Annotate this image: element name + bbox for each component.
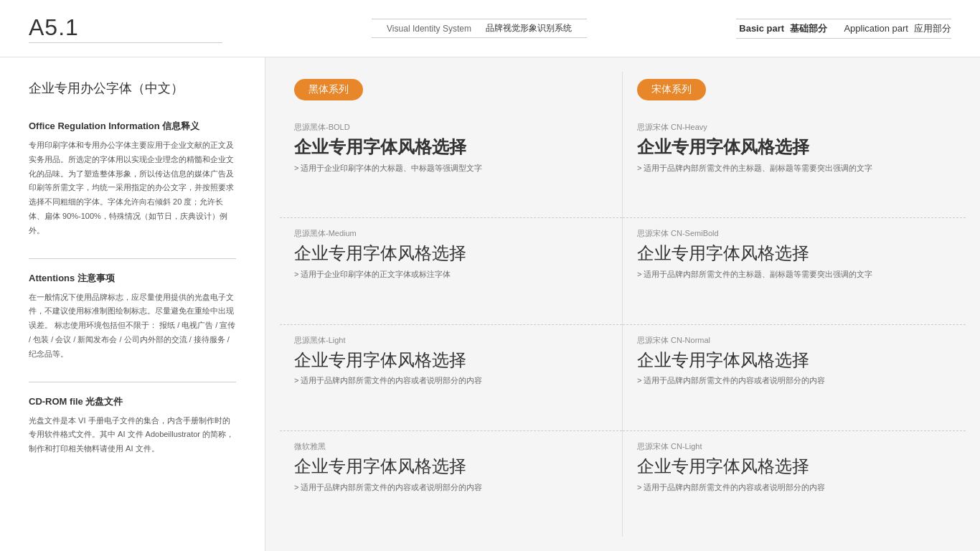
left-column: 黑体系列 思源黑体-BOLD 企业专用字体风格选择 > 适用于企业印刷字体的大标… [280,72,623,537]
header-center: Visual Identity System 品牌视觉形象识别系统 [372,19,587,38]
right-font-display-0: 企业专用字体风格选择 [637,137,951,158]
right-font-desc-1: > 适用于品牌内部所需文件的主标题、副标题等需要突出强调的文字 [637,268,951,281]
left-font-desc-3: > 适用于品牌内部所需文件的内容或者说明部分的内容 [294,481,608,494]
nav-basic-cn[interactable]: 基础部分 [790,22,827,35]
right-font-card-1: 思源宋体 CN-SemiBold 企业专用字体风格选择 > 适用于品牌内部所需文… [623,218,966,324]
left-font-card-0: 思源黑体-BOLD 企业专用字体风格选择 > 适用于企业印刷字体的大标题、中标题… [280,112,622,218]
sidebar-block-text-1: 在一般情况下使用品牌标志，应尽量使用提供的光盘电子文件，不建议使用标准制图绘制标… [29,291,236,362]
center-labels: Visual Identity System 品牌视觉形象识别系统 [387,22,572,34]
nav-basic-en[interactable]: Basic part [739,23,784,34]
right-font-subtitle-2: 思源宋体 CN-Normal [637,335,951,346]
sidebar-block-1: Attentions 注意事项 在一般情况下使用品牌标志，应尽量使用提供的光盘电… [29,272,236,362]
page-header: A5.1 Visual Identity System 品牌视觉形象识别系统 B… [0,0,980,57]
sidebar-block-title-1: Attentions 注意事项 [29,272,236,285]
main-content: 企业专用办公字体（中文） Office Regulation Informati… [0,57,980,551]
left-font-subtitle-3: 微软雅黑 [294,441,608,452]
nav-app-en[interactable]: Application part [844,23,908,34]
left-font-display-3: 企业专用字体风格选择 [294,456,608,477]
right-badge: 宋体系列 [637,79,706,100]
left-font-subtitle-2: 思源黑体-Light [294,335,608,346]
right-font-subtitle-0: 思源宋体 CN-Heavy [637,122,951,133]
left-font-display-1: 企业专用字体风格选择 [294,243,608,264]
header-divider [29,42,222,43]
header-nav: Basic part 基础部分 Application part 应用部分 [739,22,951,35]
sidebar-block-text-0: 专用印刷字体和专用办公字体主要应用于企业文献的正文及实务用品。所选定的字体用以实… [29,138,236,238]
right-font-display-2: 企业专用字体风格选择 [637,350,951,371]
left-font-card-3: 微软雅黑 企业专用字体风格选择 > 适用于品牌内部所需文件的内容或者说明部分的内… [280,431,622,537]
header-right: Basic part 基础部分 Application part 应用部分 [736,19,951,39]
nav-app-cn[interactable]: 应用部分 [914,22,951,35]
left-badge: 黑体系列 [294,79,363,100]
section-title-en: Visual Identity System [387,24,471,34]
sidebar-block-title-2: CD-ROM file 光盘文件 [29,395,236,408]
sidebar-block-0: Office Regulation Information 信息释义 专用印刷字… [29,120,236,238]
right-font-desc-3: > 适用于品牌内部所需文件的内容或者说明部分的内容 [637,481,951,494]
left-column-header: 黑体系列 [280,72,622,112]
left-font-card-1: 思源黑体-Medium 企业专用字体风格选择 > 适用于企业印刷字体的正文字体或… [280,218,622,324]
right-font-subtitle-3: 思源宋体 CN-Light [637,441,951,452]
left-font-display-2: 企业专用字体风格选择 [294,350,608,371]
header-left: A5.1 [29,14,222,43]
right-font-display-1: 企业专用字体风格选择 [637,243,951,264]
right-column: 宋体系列 思源宋体 CN-Heavy 企业专用字体风格选择 > 适用于品牌内部所… [623,72,966,537]
sidebar-block-2: CD-ROM file 光盘文件 光盘文件是本 VI 手册电子文件的集合，内含手… [29,395,236,456]
right-font-desc-2: > 适用于品牌内部所需文件的内容或者说明部分的内容 [637,375,951,387]
right-font-card-3: 思源宋体 CN-Light 企业专用字体风格选择 > 适用于品牌内部所需文件的内… [623,431,966,537]
center-line-bottom [372,37,587,38]
sidebar-divider-1 [29,382,236,382]
sidebar-block-title-0: Office Regulation Information 信息释义 [29,120,236,133]
content-area: 黑体系列 思源黑体-BOLD 企业专用字体风格选择 > 适用于企业印刷字体的大标… [265,57,980,551]
sidebar-main-title: 企业专用办公字体（中文） [29,79,236,98]
right-column-header: 宋体系列 [623,72,966,112]
left-font-desc-2: > 适用于品牌内部所需文件的内容或者说明部分的内容 [294,375,608,387]
left-font-subtitle-1: 思源黑体-Medium [294,228,608,239]
left-font-desc-1: > 适用于企业印刷字体的正文字体或标注字体 [294,268,608,281]
sidebar: 企业专用办公字体（中文） Office Regulation Informati… [0,57,265,551]
content-grid: 黑体系列 思源黑体-BOLD 企业专用字体风格选择 > 适用于企业印刷字体的大标… [280,72,966,537]
right-line-bottom [736,38,951,39]
right-font-desc-0: > 适用于品牌内部所需文件的主标题、副标题等需要突出强调的文字 [637,162,951,175]
sidebar-divider-0 [29,258,236,259]
left-font-display-0: 企业专用字体风格选择 [294,137,608,158]
right-font-display-3: 企业专用字体风格选择 [637,456,951,477]
center-line-top [372,19,587,19]
page-id: A5.1 [29,14,222,41]
sidebar-block-text-2: 光盘文件是本 VI 手册电子文件的集合，内含手册制作时的专用软件格式文件。其中 … [29,414,236,456]
left-font-desc-0: > 适用于企业印刷字体的大标题、中标题等强调型文字 [294,162,608,175]
right-font-subtitle-1: 思源宋体 CN-SemiBold [637,228,951,239]
right-line-top [736,19,951,19]
right-font-card-0: 思源宋体 CN-Heavy 企业专用字体风格选择 > 适用于品牌内部所需文件的主… [623,112,966,218]
section-title-cn: 品牌视觉形象识别系统 [486,22,572,34]
left-font-card-2: 思源黑体-Light 企业专用字体风格选择 > 适用于品牌内部所需文件的内容或者… [280,325,622,431]
left-font-subtitle-0: 思源黑体-BOLD [294,122,608,133]
right-font-card-2: 思源宋体 CN-Normal 企业专用字体风格选择 > 适用于品牌内部所需文件的… [623,325,966,431]
